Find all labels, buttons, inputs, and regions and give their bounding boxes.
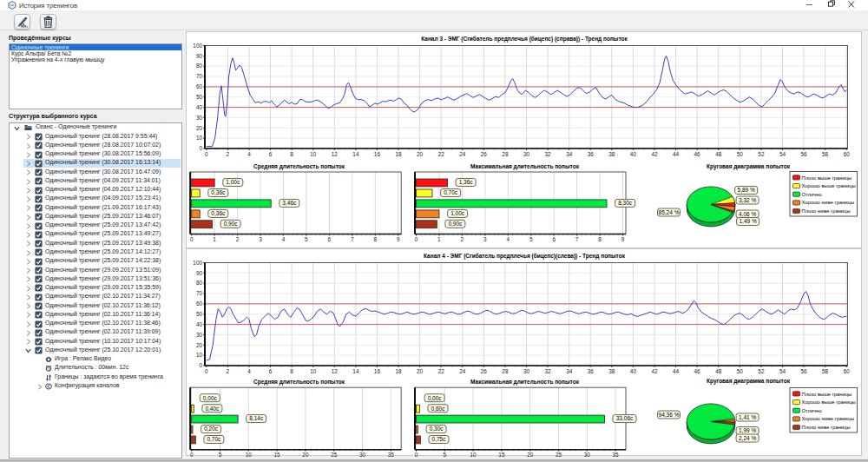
svg-text:Плохо выше границы: Плохо выше границы (802, 391, 852, 396)
svg-text:38: 38 (608, 151, 615, 157)
svg-text:5: 5 (444, 451, 447, 457)
svg-text:7: 7 (351, 236, 354, 242)
svg-text:6: 6 (328, 236, 332, 242)
svg-text:3: 3 (259, 236, 262, 242)
svg-text:20: 20 (417, 151, 424, 157)
svg-text:0: 0 (190, 451, 194, 457)
svg-text:0: 0 (415, 451, 418, 457)
svg-text:60: 60 (844, 367, 851, 373)
svg-text:Круговая диаграмма попыток: Круговая диаграмма попыток (707, 378, 791, 385)
svg-text:26: 26 (481, 151, 488, 157)
svg-text:50: 50 (737, 151, 744, 157)
svg-text:20: 20 (417, 367, 424, 373)
svg-text:1,00с: 1,00с (226, 179, 240, 185)
svg-text:10: 10 (196, 352, 203, 358)
svg-text:42: 42 (651, 367, 658, 373)
svg-text:25: 25 (556, 451, 562, 457)
svg-text:4,06 %: 4,06 % (739, 211, 756, 217)
svg-text:2: 2 (227, 367, 230, 373)
svg-text:28: 28 (502, 367, 509, 373)
svg-text:8: 8 (290, 151, 293, 157)
svg-text:60: 60 (196, 300, 203, 307)
svg-text:46: 46 (694, 151, 701, 157)
svg-text:Отлично: Отлично (802, 407, 822, 412)
svg-text:Хорошо выше границы: Хорошо выше границы (802, 183, 856, 188)
svg-text:94,36 %: 94,36 % (659, 411, 680, 417)
svg-text:85,24 %: 85,24 % (659, 209, 680, 215)
svg-text:52: 52 (758, 151, 765, 157)
svg-text:18: 18 (395, 151, 402, 157)
svg-text:12: 12 (332, 151, 339, 157)
svg-text:0: 0 (190, 236, 194, 242)
svg-text:2: 2 (236, 236, 240, 242)
svg-text:0,30с: 0,30с (430, 426, 444, 432)
svg-text:0,00с: 0,00с (428, 394, 443, 400)
svg-text:10: 10 (310, 367, 317, 373)
svg-text:8,14с: 8,14с (249, 415, 264, 421)
svg-text:40: 40 (196, 104, 203, 110)
svg-text:5: 5 (529, 236, 533, 242)
svg-text:5,89 %: 5,89 % (738, 187, 755, 193)
svg-text:80: 80 (196, 280, 203, 286)
svg-text:8: 8 (598, 236, 602, 242)
svg-text:40: 40 (196, 320, 203, 327)
svg-text:8: 8 (374, 236, 378, 242)
svg-text:56: 56 (800, 151, 807, 157)
svg-text:0,60с: 0,60с (431, 405, 446, 411)
svg-text:4: 4 (282, 236, 286, 242)
svg-text:4: 4 (247, 151, 251, 157)
svg-text:9: 9 (397, 236, 400, 242)
svg-text:3,32 %: 3,32 % (739, 197, 756, 203)
svg-text:80: 80 (196, 63, 203, 69)
svg-text:20: 20 (196, 341, 203, 347)
svg-text:20: 20 (196, 125, 203, 131)
svg-text:2: 2 (227, 151, 230, 157)
svg-text:Хорошо ниже границы: Хорошо ниже границы (802, 200, 855, 205)
svg-text:9: 9 (621, 236, 625, 242)
svg-text:46: 46 (694, 367, 701, 373)
svg-text:22: 22 (438, 151, 445, 157)
svg-text:100: 100 (193, 259, 202, 265)
svg-text:54: 54 (779, 367, 786, 373)
svg-text:30: 30 (196, 331, 203, 337)
svg-text:5: 5 (305, 236, 308, 242)
svg-text:Плохо выше границы: Плохо выше границы (802, 175, 852, 181)
svg-text:0: 0 (199, 362, 202, 368)
svg-text:50: 50 (196, 311, 203, 317)
svg-text:4: 4 (247, 367, 251, 373)
svg-text:Средняя длительность попыток: Средняя длительность попыток (253, 163, 345, 170)
svg-text:24: 24 (459, 367, 466, 373)
svg-text:44: 44 (673, 151, 680, 157)
svg-text:58: 58 (822, 367, 829, 373)
svg-text:3: 3 (483, 236, 487, 242)
svg-text:6: 6 (269, 367, 273, 373)
svg-text:0,36с: 0,36с (211, 210, 226, 216)
svg-text:14: 14 (352, 367, 359, 373)
svg-text:100: 100 (193, 43, 202, 49)
svg-text:0,00с: 0,00с (203, 394, 218, 400)
svg-text:0: 0 (205, 367, 208, 373)
svg-text:36: 36 (588, 151, 595, 157)
svg-text:1,49 %: 1,49 % (739, 218, 756, 224)
svg-text:6: 6 (552, 236, 556, 242)
svg-text:Плохо ниже границы: Плохо ниже границы (802, 425, 851, 430)
svg-text:30: 30 (523, 151, 530, 157)
svg-text:0,36с: 0,36с (211, 189, 226, 195)
svg-text:Канал 4 - ЭМГ (Сгибатель предп: Канал 4 - ЭМГ (Сгибатель предплечья (биц… (424, 252, 626, 259)
svg-text:40: 40 (630, 151, 637, 157)
svg-text:Канал 3 - ЭМГ (Сгибатель предп: Канал 3 - ЭМГ (Сгибатель предплечья (биц… (421, 36, 628, 43)
svg-text:36: 36 (588, 367, 595, 373)
svg-text:2,24 %: 2,24 % (739, 434, 756, 440)
svg-text:0,90с: 0,90с (224, 221, 239, 227)
svg-text:8: 8 (290, 367, 293, 373)
svg-text:15: 15 (274, 451, 281, 457)
svg-text:Хорошо выше границы: Хорошо выше границы (802, 399, 856, 405)
svg-text:12: 12 (332, 367, 339, 373)
svg-text:48: 48 (715, 151, 722, 157)
svg-text:3,46с: 3,46с (282, 200, 297, 206)
svg-text:30: 30 (359, 451, 366, 457)
svg-text:15: 15 (498, 451, 505, 457)
svg-text:Отлично: Отлично (802, 192, 822, 197)
svg-text:60: 60 (844, 151, 851, 157)
svg-text:90: 90 (196, 269, 203, 275)
